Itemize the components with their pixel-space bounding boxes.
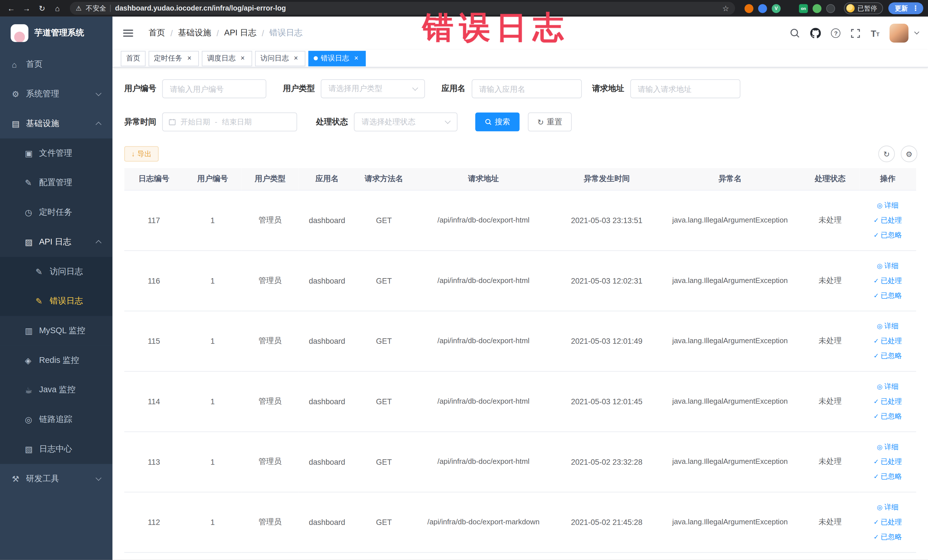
help-icon[interactable]: ? bbox=[831, 29, 840, 38]
ignored-link[interactable]: ✓已忽略 bbox=[859, 348, 916, 363]
chrome-update-button[interactable]: 更新 ⋮ bbox=[888, 2, 923, 14]
table-toolbar: ↓ 导出 ↻ ⚙ bbox=[124, 145, 917, 162]
tab-access-log[interactable]: 访问日志× bbox=[255, 50, 305, 66]
exception-time-range-picker[interactable]: 开始日期 - 结束日期 bbox=[162, 112, 297, 131]
hamburger-icon[interactable] bbox=[122, 27, 134, 39]
close-icon[interactable]: × bbox=[292, 54, 300, 63]
sidebar-item-system-mgmt[interactable]: ⚙系统管理 bbox=[0, 79, 112, 109]
ignored-link[interactable]: ✓已忽略 bbox=[859, 409, 916, 424]
screen: ← → ↻ ⌂ ⚠ 不安全 dashboard.yudao.iocoder.cn… bbox=[0, 0, 928, 560]
detail-link[interactable]: ◎详细 bbox=[859, 258, 916, 273]
row-actions-cell: ◎详细✓已处理✓已忽略 bbox=[859, 190, 916, 250]
sidebar-item-scheduled-jobs[interactable]: ◷定时任务 bbox=[0, 198, 112, 227]
status-cell: 未处理 bbox=[801, 190, 859, 250]
close-icon[interactable]: × bbox=[238, 54, 247, 63]
app-title: 芋道管理系统 bbox=[34, 28, 84, 38]
sidebar-item-redis-monitor[interactable]: ◈Redis 监控 bbox=[0, 346, 112, 375]
breadcrumb-item-infrastructure[interactable]: 基础设施 bbox=[178, 28, 211, 38]
sidebar-item-error-log[interactable]: ✎错误日志 bbox=[0, 287, 112, 316]
ignored-link[interactable]: ✓已忽略 bbox=[859, 469, 916, 484]
extension-orange-icon[interactable] bbox=[745, 4, 753, 12]
process-status-select[interactable]: 请选择处理状态 bbox=[354, 112, 458, 131]
sidebar-item-api-log[interactable]: ▨API 日志 bbox=[0, 227, 112, 257]
detail-link[interactable]: ◎详细 bbox=[859, 198, 916, 213]
processed-link[interactable]: ✓已处理 bbox=[859, 515, 916, 529]
breadcrumb-item-api-log[interactable]: API 日志 bbox=[224, 28, 256, 38]
chevron-down-icon bbox=[96, 90, 102, 96]
address-bar[interactable]: ⚠ 不安全 dashboard.yudao.iocoder.cn/infra/l… bbox=[70, 2, 735, 15]
tab-home[interactable]: 首页 bbox=[121, 50, 145, 66]
vue-devtools-icon[interactable]: V bbox=[772, 4, 780, 12]
breadcrumb-item-home[interactable]: 首页 bbox=[149, 28, 165, 38]
processed-link[interactable]: ✓已处理 bbox=[859, 334, 916, 348]
exception-cell: java.lang.IllegalArgumentException bbox=[659, 492, 801, 552]
tab-scheduled-jobs[interactable]: 定时任务× bbox=[149, 50, 199, 66]
detail-link[interactable]: ◎详细 bbox=[859, 379, 916, 394]
kebab-menu-icon[interactable]: ⋮ bbox=[912, 5, 919, 12]
ignored-link[interactable]: ✓已忽略 bbox=[859, 529, 916, 544]
sidebar-item-label: 研发工具 bbox=[26, 473, 59, 484]
extension-blue-icon[interactable] bbox=[758, 4, 767, 12]
github-icon[interactable] bbox=[810, 28, 821, 38]
request-url-cell: /api/infra/db-doc/export-html bbox=[412, 250, 554, 311]
eye-icon: ◎ bbox=[877, 323, 883, 330]
reset-button[interactable]: ↻ 重置 bbox=[528, 112, 572, 131]
app-logo[interactable]: 芋道管理系统 bbox=[0, 17, 112, 50]
tab-error-log[interactable]: 错误日志× bbox=[308, 50, 366, 66]
processed-link[interactable]: ✓已处理 bbox=[859, 213, 916, 227]
detail-link[interactable]: ◎详细 bbox=[859, 439, 916, 454]
request-url-input[interactable] bbox=[630, 79, 740, 98]
extension-grid-icon[interactable] bbox=[785, 4, 794, 12]
avatar-caret-down-icon[interactable] bbox=[914, 29, 919, 35]
column-header: 用户编号 bbox=[183, 168, 242, 190]
sidebar-item-label: 配置管理 bbox=[39, 177, 72, 188]
sidebar-item-access-log[interactable]: ✎访问日志 bbox=[0, 257, 112, 287]
user-id-input[interactable] bbox=[162, 79, 266, 98]
sidebar-item-infrastructure[interactable]: ▤基础设施 bbox=[0, 109, 112, 139]
ignored-link[interactable]: ✓已忽略 bbox=[859, 227, 916, 243]
sidebar-item-java-monitor[interactable]: ☕Java 监控 bbox=[0, 375, 112, 405]
fullscreen-icon[interactable] bbox=[851, 28, 861, 38]
user-type-cell: 管理员 bbox=[242, 431, 298, 492]
sidebar-item-trace[interactable]: ◎链路追踪 bbox=[0, 405, 112, 435]
processed-link[interactable]: ✓已处理 bbox=[859, 454, 916, 469]
ignored-link[interactable]: ✓已忽略 bbox=[859, 288, 916, 303]
close-icon[interactable]: × bbox=[185, 54, 194, 63]
extension-on-badge[interactable]: on bbox=[799, 4, 808, 12]
extension-paw-icon[interactable] bbox=[826, 4, 835, 12]
sidebar-item-dev-tools[interactable]: ⚒研发工具 bbox=[0, 464, 112, 493]
processed-link[interactable]: ✓已处理 bbox=[859, 394, 916, 409]
method-cell: GET bbox=[356, 492, 412, 552]
font-size-icon[interactable]: TT bbox=[871, 29, 879, 38]
app-name-cell: dashboard bbox=[298, 371, 355, 432]
sidebar-item-config-mgmt[interactable]: ✎配置管理 bbox=[0, 168, 112, 198]
profile-paused-badge[interactable]: 已暂停 bbox=[844, 2, 883, 14]
sidebar-item-file-mgmt[interactable]: ▣文件管理 bbox=[0, 138, 112, 168]
user-type-select[interactable]: 请选择用户类型 bbox=[321, 79, 425, 98]
column-settings-button[interactable]: ⚙ bbox=[901, 145, 917, 162]
sidebar-item-mysql-monitor[interactable]: ▥MySQL 监控 bbox=[0, 316, 112, 346]
user-avatar[interactable] bbox=[890, 24, 908, 43]
app-name-input[interactable] bbox=[471, 79, 582, 98]
chrome-home-button[interactable]: ⌂ bbox=[51, 2, 64, 15]
back-button[interactable]: ← bbox=[5, 2, 18, 15]
log-id-cell: 112 bbox=[124, 492, 184, 552]
forward-button[interactable]: → bbox=[20, 2, 34, 15]
detail-link[interactable]: ◎详细 bbox=[859, 319, 916, 334]
extension-leaf-icon[interactable] bbox=[812, 4, 821, 12]
method-cell: GET bbox=[356, 431, 412, 492]
search-button[interactable]: 搜索 bbox=[475, 112, 520, 131]
detail-link[interactable]: ◎详细 bbox=[859, 500, 916, 515]
processed-link[interactable]: ✓已处理 bbox=[859, 273, 916, 288]
eye-icon: ◎ bbox=[877, 262, 883, 269]
sidebar-item-home[interactable]: ⌂首页 bbox=[0, 50, 112, 79]
tab-schedule-log[interactable]: 调度日志× bbox=[202, 50, 252, 66]
close-icon[interactable]: × bbox=[352, 54, 360, 63]
action-label: 已忽略 bbox=[881, 290, 902, 301]
reload-button[interactable]: ↻ bbox=[35, 2, 49, 15]
bookmark-star-icon[interactable]: ☆ bbox=[722, 4, 729, 12]
search-icon[interactable] bbox=[790, 28, 800, 38]
refresh-button[interactable]: ↻ bbox=[878, 145, 895, 162]
export-button[interactable]: ↓ 导出 bbox=[124, 146, 159, 162]
sidebar-item-log-center[interactable]: ▧日志中心 bbox=[0, 435, 112, 464]
